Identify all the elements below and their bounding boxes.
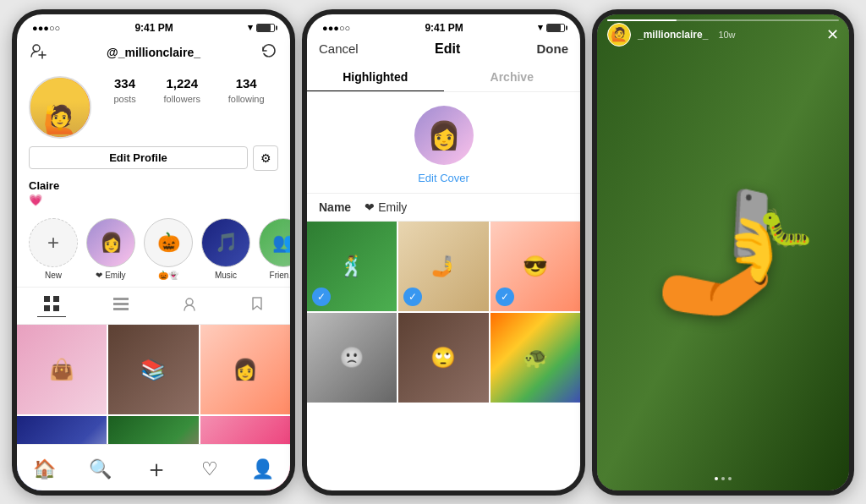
username-header: @_millionclaire_ — [107, 46, 200, 59]
story-time: 10w — [718, 30, 735, 40]
highlight-photo-1[interactable]: 🕺 ✓ — [307, 222, 397, 311]
phone-story: 🤳 🐛 🙋 _millionclaire_ 10w ✕ — [592, 9, 854, 496]
story-friends[interactable]: 👥 Frien… — [259, 218, 290, 280]
story-close-button[interactable]: ✕ — [826, 25, 839, 44]
svg-point-0 — [33, 45, 40, 52]
emily-story-circle[interactable]: 👩 — [86, 218, 135, 267]
add-profile-icon[interactable] — [29, 41, 47, 64]
svg-rect-5 — [44, 305, 50, 311]
svg-rect-7 — [113, 298, 129, 300]
highlight-photo-6[interactable]: 🐢 — [491, 313, 580, 403]
svg-rect-4 — [53, 296, 59, 302]
story-avatar-image: 🙋 — [611, 26, 628, 42]
search-nav-button[interactable]: 🔍 — [89, 458, 112, 480]
highlight-photo-5[interactable]: 🙄 — [398, 313, 488, 403]
story-emily[interactable]: 👩 ❤ Emily — [86, 218, 135, 280]
time-1: 9:41 PM — [134, 22, 173, 34]
svg-rect-3 — [44, 296, 50, 302]
edit-nav: Cancel Edit Done — [307, 38, 580, 63]
story-user-avatar: 🙋 — [607, 23, 631, 47]
archive-tab[interactable]: Archive — [444, 63, 581, 91]
svg-rect-9 — [113, 308, 129, 310]
story-header: 🙋 _millionclaire_ 10w ✕ — [597, 14, 849, 52]
history-icon[interactable] — [260, 41, 278, 64]
edit-profile-section: Edit Profile ⚙ — [17, 139, 290, 174]
post-nav-button[interactable]: ＋ — [145, 453, 168, 485]
grid-view-tab[interactable] — [37, 294, 66, 317]
edit-profile-button[interactable]: Edit Profile — [29, 146, 248, 169]
story-music[interactable]: 🎵 Music — [201, 218, 250, 280]
music-story-circle[interactable]: 🎵 — [201, 218, 250, 267]
story-dot-3 — [728, 477, 732, 480]
signal-dots-2: ●●●○○ — [322, 23, 350, 33]
check-icon-3: ✓ — [496, 288, 514, 306]
stories-row: + New 👩 ❤ Emily 🎃 🎃👻 🎵 Music 👥 — [17, 211, 290, 287]
edit-cover-button[interactable]: Edit Cover — [418, 172, 469, 184]
emily-story-icon: 👩 — [100, 232, 123, 254]
profile-bio-emoji: 💗 — [17, 192, 290, 211]
svg-point-10 — [186, 299, 193, 305]
new-story-circle[interactable]: + — [29, 218, 78, 267]
photo-item[interactable]: 👩 — [200, 325, 290, 414]
wifi-icon-2: ▾ — [538, 22, 543, 33]
battery-area-1: ▾ — [248, 22, 275, 33]
music-story-icon: 🎵 — [215, 232, 238, 254]
followers-stat: 1,224 followers — [164, 76, 200, 106]
status-bar-1: ●●●○○ 9:41 PM ▾ — [17, 14, 290, 38]
story-new[interactable]: + New — [29, 218, 78, 280]
bottom-nav: 🏠 🔍 ＋ ♡ 👤 — [17, 444, 290, 490]
battery-icon-2 — [546, 24, 565, 32]
grid-tabs — [17, 287, 290, 325]
done-button[interactable]: Done — [536, 41, 568, 56]
cover-avatar[interactable]: 👩 — [414, 106, 474, 165]
settings-button[interactable]: ⚙ — [253, 145, 278, 171]
phone-profile: ●●●○○ 9:41 PM ▾ @_millionclaire_ 🙋 — [12, 9, 295, 496]
friends-story-circle[interactable]: 👥 — [259, 218, 290, 267]
story-dot-2 — [721, 477, 725, 480]
name-label: Name — [319, 200, 351, 214]
check-icon-2: ✓ — [403, 288, 422, 306]
story-username: _millionclaire_ — [638, 29, 708, 41]
saved-tab[interactable] — [244, 294, 270, 316]
avatar[interactable]: 🙋 — [29, 76, 91, 139]
signal-dots: ●●●○○ — [32, 23, 60, 33]
home-nav-button[interactable]: 🏠 — [33, 458, 56, 480]
story-friends-label: Frien… — [259, 271, 290, 280]
highlighted-tab[interactable]: Highlighted — [307, 63, 444, 91]
halloween-story-icon: 🎃 — [157, 232, 180, 254]
edit-tabs: Highlighted Archive — [307, 63, 580, 92]
cancel-button[interactable]: Cancel — [319, 41, 359, 56]
time-2: 9:41 PM — [425, 22, 463, 34]
highlight-photo-2[interactable]: 🤳 ✓ — [398, 222, 488, 311]
battery-icon — [256, 24, 275, 32]
name-heart-emoji: ❤ — [364, 200, 375, 214]
story-halloween[interactable]: 🎃 🎃👻 — [144, 218, 193, 280]
highlight-photo-3[interactable]: 😎 ✓ — [491, 222, 580, 311]
photo-item[interactable]: 👜 — [17, 325, 107, 414]
story-emily-label: ❤ Emily — [86, 271, 135, 280]
name-row: Name ❤ Emily — [307, 193, 580, 222]
highlight-photo-4[interactable]: 🙁 — [307, 313, 397, 403]
halloween-story-circle[interactable]: 🎃 — [144, 218, 193, 267]
stats-section: 334 posts 1,224 followers 134 following — [91, 76, 278, 106]
battery-area-2: ▾ — [538, 22, 565, 33]
photo-item[interactable]: 📚 — [108, 325, 198, 414]
following-stat: 134 following — [228, 76, 265, 106]
story-halloween-label: 🎃👻 — [144, 271, 193, 280]
svg-rect-8 — [113, 303, 129, 305]
likes-nav-button[interactable]: ♡ — [201, 458, 218, 480]
avatar-stats-section: 🙋 334 posts 1,224 followers 134 followin… — [17, 71, 290, 139]
tagged-tab[interactable] — [175, 294, 204, 316]
profile-name: Claire — [17, 174, 290, 192]
name-text[interactable]: Emily — [378, 200, 407, 214]
story-dot-1 — [715, 477, 718, 480]
posts-stat: 334 posts — [113, 76, 135, 106]
friends-story-icon: 👥 — [272, 232, 291, 254]
check-icon-1: ✓ — [312, 288, 331, 306]
edit-title: Edit — [435, 41, 460, 57]
svg-rect-6 — [53, 305, 59, 311]
story-new-label: New — [29, 271, 78, 280]
profile-nav-button[interactable]: 👤 — [251, 458, 274, 480]
name-value-section: ❤ Emily — [364, 200, 407, 214]
list-view-tab[interactable] — [107, 294, 135, 316]
